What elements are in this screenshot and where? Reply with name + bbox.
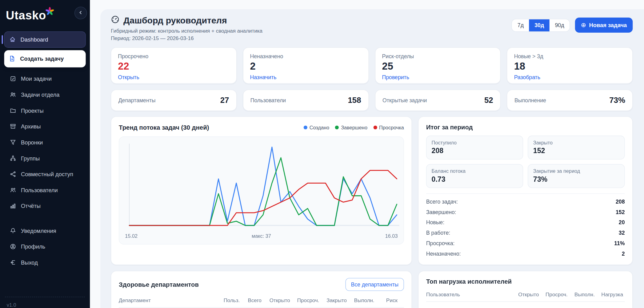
header-actions: 7д 30д 90д ⊕ Новая задача <box>512 18 633 33</box>
range-segmented-control: 7д 30д 90д <box>512 18 570 31</box>
sidebar-spacer <box>4 215 86 222</box>
summary-title: Итог за период <box>426 124 625 131</box>
top-load-card: Топ нагрузка исполнителей Пользователь О… <box>418 271 633 308</box>
max-value-label: макс: 37 <box>252 233 271 239</box>
trend-chart-svg <box>122 141 400 232</box>
mini-label: Поступило <box>432 140 518 146</box>
kpi-row: Просрочено 22 Открыть Неназначено 2 Назн… <box>111 47 633 84</box>
col-overdue: Просроч. <box>544 292 570 298</box>
kpi-label: Неназначено <box>250 53 362 59</box>
sidebar-item-users[interactable]: Пользователи <box>5 183 85 198</box>
kpi-card-overdue: Просрочено 22 Открыть <box>111 47 237 84</box>
chart-legend: Создано Завершено Просрочка <box>304 124 404 130</box>
sidebar-item-projects[interactable]: Проекты <box>5 103 85 118</box>
bottom-row: Здоровье департаментов Все департаменты … <box>111 271 633 308</box>
range-button-90d[interactable]: 90д <box>550 19 570 31</box>
kpi-action-link[interactable]: Назначить <box>250 74 276 80</box>
kpi-value: 22 <box>118 61 230 72</box>
dept-health-title: Здоровье департаментов <box>119 281 199 288</box>
sidebar-item-groups[interactable]: Группы <box>5 151 85 166</box>
summary-card-flow-balance: Баланс потока 0.73 <box>426 164 523 188</box>
load-table-row[interactable]: Сакенқызы Нұрдана <box>426 302 625 308</box>
user-circle-icon <box>9 243 16 250</box>
new-task-label: Новая задача <box>589 22 627 28</box>
sidebar-item-label: Выход <box>21 259 38 265</box>
legend-label: Завершено <box>341 124 367 130</box>
row-label: Неназначено: <box>426 251 461 257</box>
sidebar-item-my-tasks[interactable]: Мои задачи <box>5 71 85 86</box>
summary-row-completed: Завершено: 152 <box>426 207 625 217</box>
col-users: Польз. <box>222 298 242 303</box>
summary-row-new: Новые: 20 <box>426 217 625 228</box>
chevron-left-icon <box>78 9 83 17</box>
sidebar-item-funnels[interactable]: Воронки <box>5 135 85 150</box>
sidebar-divider <box>5 297 85 297</box>
users-icon <box>9 91 16 98</box>
chart-title: Тренд потока задач (30 дней) <box>119 124 209 131</box>
app-stage: Utasko Dashboard Создать задачу <box>0 0 644 308</box>
kpi-card-unassigned: Неназначено 2 Назначить <box>243 47 369 84</box>
sidebar-item-archives[interactable]: Архивы <box>5 119 85 134</box>
range-button-30d[interactable]: 30д <box>529 19 550 31</box>
archive-icon <box>9 123 16 130</box>
bar-chart-icon <box>9 203 16 210</box>
legend-item-overdue: Просрочка <box>373 124 404 130</box>
legend-dot-completed <box>335 126 339 129</box>
stat-label: Открытые задачи <box>382 97 427 103</box>
sidebar-item-shared-access[interactable]: Совместный доступ <box>5 167 85 182</box>
top-load-title: Топ нагрузка исполнителей <box>426 278 512 285</box>
x-end-label: 16.03 <box>385 233 398 239</box>
sidebar-item-notifications[interactable]: Уведомления <box>5 223 85 238</box>
funnel-icon <box>9 139 16 146</box>
pinwheel-logo-icon <box>45 7 54 18</box>
col-risk: Риск <box>380 298 404 303</box>
kpi-action-link[interactable]: Разобрать <box>514 74 540 80</box>
row-label: Всего задач: <box>426 198 458 205</box>
gauge-icon <box>111 15 120 26</box>
mini-value: 0.73 <box>432 175 518 184</box>
load-table-header: Пользователь Открыто Просроч. Выполн. На… <box>426 285 625 302</box>
stat-card-departments: Департаменты 27 <box>111 90 237 111</box>
kpi-action-link[interactable]: Проверить <box>382 74 409 80</box>
sidebar-item-label: Задачи отдела <box>21 91 60 98</box>
row-value: 32 <box>619 230 625 236</box>
new-task-button[interactable]: ⊕ Новая задача <box>575 18 633 33</box>
summary-row-overdue: Просрочка: 11% <box>426 238 625 249</box>
summary-card-closure-rate: Закрытие за период 73% <box>528 164 625 188</box>
legend-label: Просрочка <box>379 124 404 130</box>
sidebar-item-label: Пользователи <box>21 187 58 193</box>
brand-name: Utasko <box>6 9 46 22</box>
sidebar-item-label: Отчёты <box>21 203 41 209</box>
sidebar-collapse-button[interactable] <box>74 7 87 19</box>
top-load-header: Топ нагрузка исполнителей <box>426 278 625 285</box>
user-group-icon <box>9 187 16 194</box>
kpi-action-link[interactable]: Открыть <box>118 74 139 80</box>
row-value: 152 <box>616 209 625 215</box>
mini-label: Закрыто <box>533 140 619 146</box>
all-departments-button[interactable]: Все департаменты <box>346 278 404 291</box>
kpi-value: 25 <box>382 61 494 72</box>
sidebar-item-label: Группы <box>21 155 40 161</box>
stat-card-users: Пользователи 158 <box>243 90 369 111</box>
sidebar-item-logout[interactable]: Выход <box>5 255 85 270</box>
app-version: v1.0 <box>4 301 86 308</box>
row-value: 11% <box>614 240 625 246</box>
sidebar-item-dashboard[interactable]: Dashboard <box>4 31 86 48</box>
stat-value: 27 <box>220 96 229 105</box>
legend-dot-created <box>304 126 307 129</box>
sidebar-item-reports[interactable]: Отчёты <box>5 199 85 213</box>
row-value: 2 <box>622 251 625 257</box>
page-title: Дашборд руководителя <box>123 15 227 26</box>
department-health-card: Здоровье департаментов Все департаменты … <box>111 271 412 308</box>
plus-circle-icon: ⊕ <box>581 21 586 29</box>
range-button-7d[interactable]: 7д <box>512 19 529 31</box>
sidebar-item-dept-tasks[interactable]: Задачи отдела <box>5 87 85 102</box>
stat-label: Выполнение <box>514 97 546 103</box>
check-square-icon <box>9 75 16 82</box>
sidebar-item-create-task[interactable]: Создать задачу <box>4 50 86 67</box>
sidebar-item-profile[interactable]: Профиль <box>5 239 85 254</box>
kpi-value: 2 <box>250 61 362 72</box>
summary-card-received: Поступило 208 <box>426 136 523 159</box>
row-label: Завершено: <box>426 209 456 215</box>
col-open: Открыто <box>268 298 292 303</box>
